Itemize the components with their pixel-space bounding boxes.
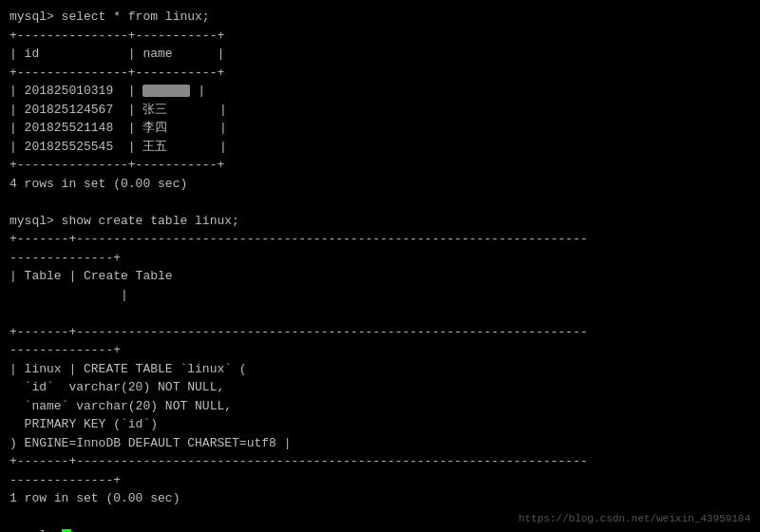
blurred-name <box>142 85 190 97</box>
result-1: 4 rows in set (0.00 sec) <box>10 175 750 194</box>
separator-2: +---------------+-----------+ <box>10 64 750 83</box>
header2: | Table | Create Table <box>10 267 750 286</box>
command-show: mysql> show create table linux; <box>10 212 750 231</box>
table-row-1: | 201825010319 | | <box>10 82 750 101</box>
sep-long-3b: --------------+ <box>10 471 750 490</box>
separator-3: +---------------+-----------+ <box>10 156 750 175</box>
create-line-2: `id` varchar(20) NOT NULL, <box>10 378 750 397</box>
create-line-4: PRIMARY KEY (`id`) <box>10 415 750 434</box>
table-row-2: | 201825124567 | 张三 | <box>10 101 750 120</box>
terminal: mysql> select * from linux; +-----------… <box>10 8 750 532</box>
sep-long-2b: --------------+ <box>10 341 750 360</box>
prompt-text: mysql> <box>10 528 62 532</box>
table-row-4: | 201825525545 | 王五 | <box>10 138 750 157</box>
prompt-line: mysql> <box>10 526 750 532</box>
sep-long-1: +-------+-------------------------------… <box>10 230 750 249</box>
header2b: | <box>10 286 750 305</box>
separator-1: +---------------+-----------+ <box>10 27 750 46</box>
watermark: https://blog.csdn.net/weixin_43959184 <box>519 513 750 524</box>
create-line-5: ) ENGINE=InnoDB DEFAULT CHARSET=utf8 | <box>10 434 750 453</box>
create-line-3: `name` varchar(20) NOT NULL, <box>10 397 750 416</box>
sep-long-1b: --------------+ <box>10 249 750 268</box>
sep-long-2: +-------+-------------------------------… <box>10 323 750 342</box>
table-header: | id | name | <box>10 45 750 64</box>
cursor <box>62 529 71 532</box>
sep-long-3: +-------+-------------------------------… <box>10 452 750 471</box>
blank-2 <box>10 304 750 323</box>
command-select: mysql> select * from linux; <box>10 8 750 27</box>
table-row-3: | 201825521148 | 李四 | <box>10 119 750 138</box>
result-2: 1 row in set (0.00 sec) <box>10 489 750 508</box>
create-line-1: | linux | CREATE TABLE `linux` ( <box>10 360 750 379</box>
blank-1 <box>10 193 750 212</box>
